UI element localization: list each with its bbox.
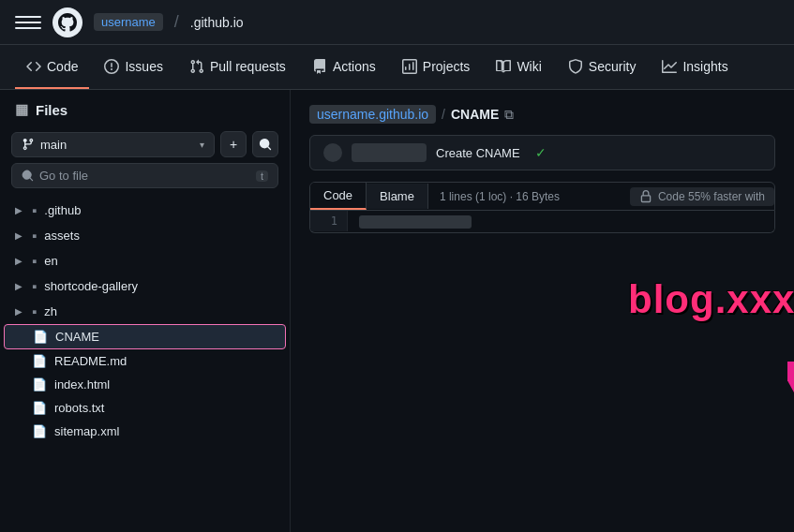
hamburger-menu[interactable] <box>15 9 41 36</box>
tab-projects[interactable]: Projects <box>391 45 482 89</box>
sidebar-header: ▦ Files <box>0 90 290 126</box>
list-item[interactable]: ▶ 📄 index.html <box>0 373 290 396</box>
breadcrumb-sep: / <box>442 107 445 122</box>
file-item-name: en <box>44 254 57 268</box>
goto-file-input[interactable]: Go to file t <box>11 163 278 188</box>
file-item-name: sitemap.xml <box>54 424 119 438</box>
goto-file-label: Go to file <box>39 169 88 183</box>
list-item[interactable]: ▶ ▪ zh <box>0 299 290 324</box>
files-icon: ▦ <box>15 101 28 118</box>
expand-arrow-icon: ▶ <box>15 256 24 266</box>
file-item-name: zh <box>44 304 57 318</box>
file-item-name: robots.txt <box>54 401 104 415</box>
tab-issues-label: Issues <box>125 59 162 74</box>
branch-selector: main ▾ + <box>11 131 278 157</box>
arrow-annotation <box>787 362 794 486</box>
tab-pullrequests-label: Pull requests <box>210 59 286 74</box>
file-item-name: assets <box>44 229 80 243</box>
avatar <box>323 143 342 162</box>
code-content: 1 <box>309 211 775 233</box>
annotation-text: blog.xxx.com <box>628 277 794 322</box>
tab-wiki[interactable]: Wiki <box>485 45 552 89</box>
file-item-name: .github <box>44 203 81 217</box>
folder-icon: ▪ <box>32 278 37 294</box>
sidebar-title: Files <box>36 102 67 118</box>
tab-code-view[interactable]: Code <box>310 183 367 210</box>
folder-icon: ▪ <box>32 253 37 269</box>
tab-code[interactable]: Code <box>15 45 89 89</box>
code-blur <box>359 215 472 229</box>
copilot-badge: Code 55% faster with <box>630 187 774 206</box>
file-item-name: CNAME <box>55 330 99 344</box>
tab-insights[interactable]: Insights <box>651 45 739 89</box>
line-code <box>348 211 774 232</box>
goto-file-shortcut: t <box>256 170 268 182</box>
commit-status-icon: ✓ <box>535 145 547 160</box>
main-content: username.github.io / CNAME ⧉ Create CNAM… <box>291 90 794 532</box>
add-file-button[interactable]: + <box>220 131 247 157</box>
file-item-name: shortcode-gallery <box>44 279 138 293</box>
tab-security-label: Security <box>589 59 637 74</box>
tab-security[interactable]: Security <box>557 45 648 89</box>
search-small-icon <box>22 170 34 182</box>
tab-issues[interactable]: Issues <box>93 45 173 89</box>
nav-tabs: Code Issues Pull requests Actions Projec… <box>0 45 794 90</box>
list-item[interactable]: ▶ 📄 README.md <box>0 349 290 373</box>
folder-icon: ▪ <box>32 202 37 218</box>
copilot-label: Code 55% faster with <box>658 190 765 203</box>
code-view-header: Code Blame 1 lines (1 loc) · 16 Bytes Co… <box>309 182 775 211</box>
breadcrumb-file: CNAME <box>451 107 499 122</box>
breadcrumb-separator: / <box>174 12 179 32</box>
commit-author-blur <box>352 143 427 162</box>
tab-wiki-label: Wiki <box>517 59 541 74</box>
folder-icon: ▪ <box>32 303 37 319</box>
file-icon: 📄 <box>32 354 47 368</box>
expand-arrow-icon: ▶ <box>15 230 24 241</box>
main-layout: ▦ Files main ▾ + Go to file t ▶ ▪ .g <box>0 90 794 532</box>
branch-name: main <box>40 138 67 152</box>
topbar: username / .github.io <box>0 0 794 45</box>
file-item-name: README.md <box>54 354 127 368</box>
lock-icon <box>639 190 652 203</box>
commit-bar: Create CNAME ✓ <box>309 135 775 170</box>
chevron-down-icon: ▾ <box>200 140 204 150</box>
file-item-name: index.html <box>54 377 110 392</box>
file-icon: 📄 <box>32 377 47 392</box>
commit-message[interactable]: Create CNAME <box>436 146 520 160</box>
file-icon: 📄 <box>33 330 48 344</box>
tab-pullrequests[interactable]: Pull requests <box>178 45 297 89</box>
tab-blame[interactable]: Blame <box>367 184 428 209</box>
github-logo <box>52 7 82 37</box>
expand-arrow-icon: ▶ <box>15 205 24 215</box>
breadcrumb: username.github.io / CNAME ⧉ <box>309 105 775 124</box>
list-item-selected[interactable]: ▶ 📄 CNAME <box>4 324 286 349</box>
code-meta: 1 lines (1 loc) · 16 Bytes <box>428 185 630 209</box>
sidebar: ▦ Files main ▾ + Go to file t ▶ ▪ .g <box>0 90 291 532</box>
search-button[interactable] <box>252 131 278 157</box>
code-line: 1 <box>310 211 774 232</box>
tab-insights-label: Insights <box>682 59 727 74</box>
file-icon: 📄 <box>32 401 47 415</box>
list-item[interactable]: ▶ ▪ assets <box>0 223 290 248</box>
list-item[interactable]: ▶ ▪ .github <box>0 198 290 223</box>
list-item[interactable]: ▶ 📄 sitemap.xml <box>0 420 290 443</box>
tab-code-label: Code <box>47 59 78 74</box>
line-number: 1 <box>310 211 348 231</box>
expand-arrow-icon: ▶ <box>15 306 24 317</box>
tab-projects-label: Projects <box>423 59 471 74</box>
repo-owner[interactable]: username <box>94 13 163 31</box>
tab-actions[interactable]: Actions <box>301 45 387 89</box>
folder-icon: ▪ <box>32 228 37 244</box>
list-item[interactable]: ▶ ▪ shortcode-gallery <box>0 273 290 299</box>
branch-icon <box>22 138 35 151</box>
list-item[interactable]: ▶ 📄 robots.txt <box>0 396 290 420</box>
list-item[interactable]: ▶ ▪ en <box>0 248 290 273</box>
annotation-overlay: blog.xxx.com <box>628 277 794 322</box>
branch-dropdown[interactable]: main ▾ <box>11 132 215 157</box>
repo-name[interactable]: .github.io <box>190 15 244 30</box>
content-area: username.github.io / CNAME ⧉ Create CNAM… <box>291 90 794 248</box>
copy-path-button[interactable]: ⧉ <box>504 107 514 123</box>
tab-actions-label: Actions <box>333 59 376 74</box>
breadcrumb-repo[interactable]: username.github.io <box>309 105 436 124</box>
expand-arrow-icon: ▶ <box>15 281 24 291</box>
